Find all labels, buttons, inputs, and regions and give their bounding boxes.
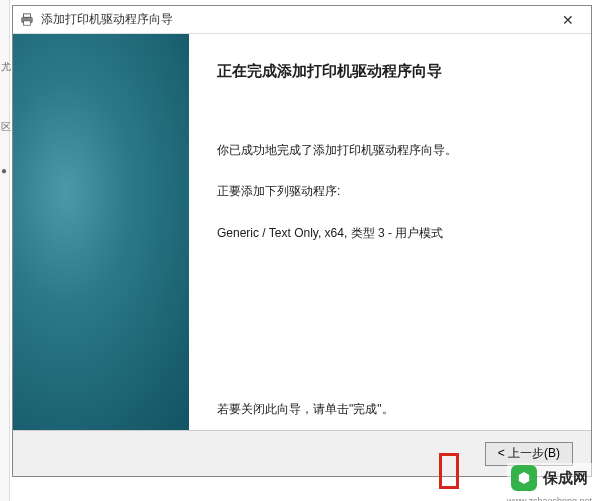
watermark-url: www.zsbaocheng.net	[507, 496, 592, 501]
wizard-dialog: 添加打印机驱动程序向导 ✕ 正在完成添加打印机驱动程序向导 你已成功地完成了添加…	[12, 5, 592, 477]
titlebar: 添加打印机驱动程序向导 ✕	[13, 6, 591, 34]
close-button[interactable]: ✕	[551, 8, 585, 32]
wizard-side-graphic	[13, 34, 189, 430]
button-bar: < 上一步(B)	[13, 430, 591, 476]
adding-label: 正要添加下列驱动程序:	[217, 182, 563, 201]
back-button[interactable]: < 上一步(B)	[485, 442, 573, 466]
page-heading: 正在完成添加打印机驱动程序向导	[217, 62, 563, 81]
svg-point-3	[30, 18, 31, 19]
editor-gutter: 尤 区 ●	[0, 0, 10, 501]
wizard-content: 正在完成添加打印机驱动程序向导 你已成功地完成了添加打印机驱动程序向导。 正要添…	[189, 34, 591, 430]
driver-line: Generic / Text Only, x64, 类型 3 - 用户模式	[217, 225, 563, 242]
wizard-body: 正在完成添加打印机驱动程序向导 你已成功地完成了添加打印机驱动程序向导。 正要添…	[13, 34, 591, 430]
svg-rect-2	[24, 20, 31, 24]
svg-rect-0	[24, 13, 31, 17]
finish-hint: 若要关闭此向导，请单击"完成"。	[217, 401, 563, 418]
success-text: 你已成功地完成了添加打印机驱动程序向导。	[217, 141, 563, 160]
dialog-title: 添加打印机驱动程序向导	[41, 11, 551, 28]
printer-icon	[19, 12, 35, 28]
